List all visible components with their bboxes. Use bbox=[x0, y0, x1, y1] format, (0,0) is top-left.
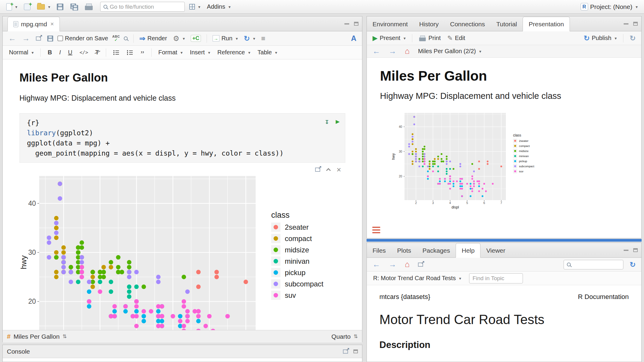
render-on-save-checkbox[interactable] bbox=[57, 36, 63, 41]
visual-editor-toggle[interactable]: A bbox=[349, 33, 358, 44]
help-topic-selector[interactable]: R: Motor Trend Car Road Tests▾ bbox=[371, 274, 463, 283]
project-menu-button[interactable]: R Project: (None) ▾ bbox=[579, 2, 640, 12]
minimize-pane-icon[interactable] bbox=[344, 23, 349, 24]
tab-history[interactable]: History bbox=[413, 17, 444, 31]
slide-forward-button[interactable]: → bbox=[387, 45, 399, 57]
svg-text:2seater: 2seater bbox=[519, 139, 529, 142]
help-back-button[interactable]: ← bbox=[370, 259, 382, 270]
bullet-list-button[interactable] bbox=[111, 49, 122, 56]
help-search-box[interactable] bbox=[564, 260, 623, 269]
slide-menu-icon[interactable] bbox=[372, 227, 380, 233]
tab-environment[interactable]: Environment bbox=[367, 17, 413, 31]
document-editor[interactable]: Miles Per Gallon Highway MPG: Displaceme… bbox=[3, 59, 362, 330]
spellcheck-button[interactable]: ABC✓ bbox=[112, 35, 120, 42]
pane-focus-divider[interactable] bbox=[367, 239, 642, 242]
outline-toggle-button[interactable]: ≡ bbox=[259, 33, 267, 44]
status-section-label[interactable]: Miles Per Gallon bbox=[13, 333, 59, 340]
popout-window-icon bbox=[418, 263, 423, 267]
tab-viewer[interactable]: Viewer bbox=[480, 243, 511, 258]
republish-button[interactable]: ↻▾ bbox=[242, 33, 257, 44]
minimize-pane-icon[interactable] bbox=[624, 23, 628, 24]
gear-icon: ⚙ bbox=[173, 34, 180, 43]
new-project-button[interactable]: + bbox=[22, 2, 33, 11]
paragraph-style-select[interactable]: Normal▾ bbox=[7, 48, 36, 57]
format-menu[interactable]: Format▾ bbox=[156, 48, 185, 57]
goto-file-input[interactable] bbox=[110, 4, 181, 10]
console-header[interactable]: Console bbox=[3, 345, 362, 358]
numbered-list-button[interactable] bbox=[125, 49, 135, 56]
maximize-pane-icon[interactable] bbox=[633, 248, 638, 252]
maximize-pane-icon[interactable] bbox=[354, 22, 358, 26]
collapse-output-icon[interactable] bbox=[326, 168, 331, 173]
run-chunks-above-icon[interactable]: ↧ bbox=[325, 116, 329, 127]
goto-file-search[interactable] bbox=[100, 2, 185, 12]
tab-help[interactable]: Help bbox=[456, 243, 480, 258]
tab-label: Plots bbox=[397, 247, 411, 254]
open-file-button[interactable]: ▾ bbox=[35, 3, 52, 11]
presentation-tabstrip: Environment History Connections Tutorial… bbox=[367, 16, 641, 31]
code-format-button[interactable]: </> bbox=[77, 48, 90, 56]
save-all-button[interactable] bbox=[68, 2, 80, 12]
tab-files[interactable]: Files bbox=[367, 243, 391, 258]
tab-packages[interactable]: Packages bbox=[417, 243, 456, 258]
close-tab-icon[interactable]: × bbox=[51, 21, 54, 27]
popout-console-icon[interactable] bbox=[343, 349, 348, 354]
find-replace-button[interactable] bbox=[122, 35, 130, 42]
help-refresh-button[interactable]: ↻ bbox=[628, 259, 638, 270]
popout-source-button[interactable] bbox=[34, 35, 43, 42]
workspace-panes-button[interactable]: ▾ bbox=[187, 3, 202, 11]
svg-text:20: 20 bbox=[399, 175, 402, 178]
find-in-topic-input[interactable] bbox=[469, 273, 523, 283]
maximize-pane-icon[interactable] bbox=[633, 22, 638, 26]
present-button[interactable]: ▶Present▾ bbox=[370, 33, 408, 43]
print-button[interactable] bbox=[83, 2, 95, 11]
clear-output-icon[interactable]: × bbox=[337, 166, 341, 174]
insert-chunk-button[interactable]: +C bbox=[189, 34, 203, 43]
popout-plot-icon[interactable] bbox=[315, 168, 320, 172]
tab-plots[interactable]: Plots bbox=[391, 243, 417, 258]
table-menu[interactable]: Table▾ bbox=[255, 48, 279, 57]
console-title: Console bbox=[7, 348, 30, 355]
print-presentation-button[interactable]: Print bbox=[416, 33, 443, 43]
tab-presentation[interactable]: Presentation bbox=[523, 17, 570, 31]
maximize-pane-icon[interactable] bbox=[353, 349, 358, 353]
back-button[interactable]: ← bbox=[6, 33, 18, 44]
clear-formatting-button[interactable]: T bbox=[93, 48, 101, 57]
minimize-pane-icon[interactable] bbox=[624, 250, 628, 251]
slide-home-button[interactable]: ⌂ bbox=[403, 45, 412, 57]
save-button[interactable] bbox=[55, 2, 65, 11]
help-doc-label: R Documentation bbox=[578, 293, 629, 301]
reference-menu[interactable]: Reference▾ bbox=[215, 48, 252, 57]
run-chunk-icon[interactable]: ▶ bbox=[336, 116, 340, 127]
render-button[interactable]: ⇒Render bbox=[137, 33, 169, 44]
forward-button[interactable]: → bbox=[20, 33, 32, 44]
insert-menu[interactable]: Insert▾ bbox=[188, 48, 212, 57]
help-popout-button[interactable] bbox=[416, 261, 425, 268]
slide-back-button[interactable]: ← bbox=[370, 45, 382, 57]
underline-button[interactable]: U bbox=[66, 48, 74, 57]
tab-mpg-qmd[interactable]: mpg.qmd × bbox=[7, 17, 60, 31]
source-pane: mpg.qmd × ← → Render on Save ABC✓ ⇒Rende… bbox=[2, 16, 362, 342]
help-search-input[interactable] bbox=[573, 261, 618, 268]
render-options-button[interactable]: ⚙▾ bbox=[171, 33, 187, 44]
addins-button[interactable]: Addins▾ bbox=[205, 2, 233, 11]
refresh-presentation-button[interactable]: ↻ bbox=[628, 33, 638, 44]
run-button[interactable]: →Run▾ bbox=[210, 34, 240, 43]
editor-toolbar: ← → Render on Save ABC✓ ⇒Render ⚙▾ +C →R… bbox=[3, 31, 362, 46]
edit-presentation-button[interactable]: ✎Edit bbox=[445, 33, 467, 43]
print-label: Print bbox=[428, 35, 441, 42]
save-source-button[interactable] bbox=[45, 34, 56, 43]
help-forward-button[interactable]: → bbox=[387, 259, 399, 270]
help-home-button[interactable]: ⌂ bbox=[403, 259, 412, 270]
slide-selector[interactable]: Miles Per Gallon (2/2)▾ bbox=[416, 47, 483, 56]
tab-connections[interactable]: Connections bbox=[444, 17, 491, 31]
bold-button[interactable]: B bbox=[45, 48, 54, 57]
code-chunk[interactable]: ↧ ▶ {r} library(ggplot2) ggplot(data = m… bbox=[19, 113, 345, 163]
italic-button[interactable]: I bbox=[57, 48, 63, 57]
doc-format-label[interactable]: Quarto bbox=[332, 333, 351, 340]
new-file-button[interactable]: +▾ bbox=[4, 2, 19, 12]
tab-tutorial[interactable]: Tutorial bbox=[491, 17, 523, 31]
tab-label: Environment bbox=[373, 21, 408, 28]
blockquote-button[interactable]: ” bbox=[138, 48, 146, 57]
publish-button[interactable]: ↻Publish▾ bbox=[582, 33, 619, 44]
